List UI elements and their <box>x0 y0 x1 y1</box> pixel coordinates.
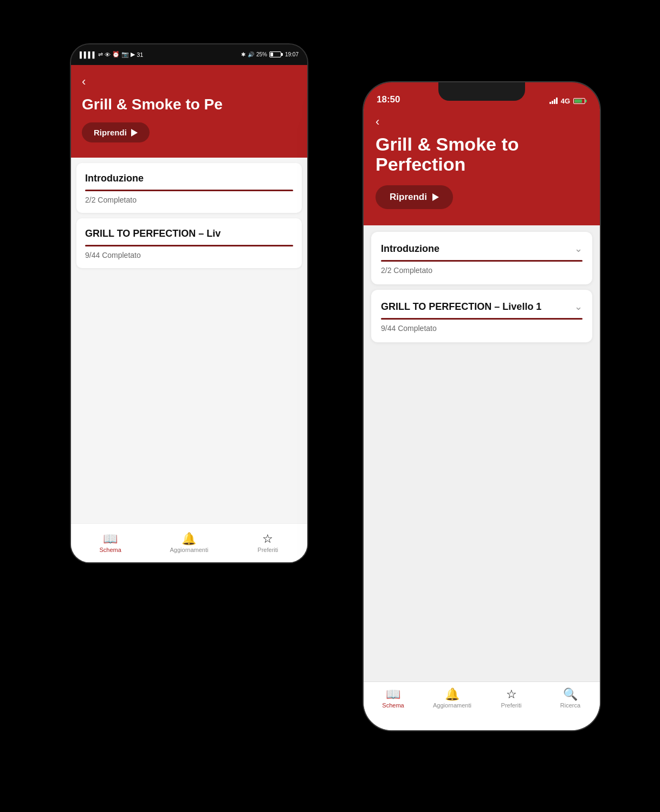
book-icon-android: 📖 <box>103 533 118 545</box>
iphone-header: ‹ Grill & Smoke to Perfection Riprendi <box>364 109 600 226</box>
iphone-section-title-intro: Introduzione <box>381 243 439 255</box>
iphone-phone: 18:50 4G ‹ <box>363 81 601 731</box>
star-icon-android: ☆ <box>262 533 273 545</box>
section-progress-intro: 2/2 Completato <box>85 196 293 204</box>
android-phone: ▌▌▌▌ ⇌ 👁 ⏰ 📷 ▶ 31 ✱ 🔊 25% 19:07 <box>70 43 308 563</box>
section-header-intro: Introduzione <box>85 173 293 184</box>
alarm-icon: ⏰ <box>112 51 120 58</box>
battery-icon <box>269 51 283 57</box>
tab-ricerca-iphone[interactable]: 🔍 Ricerca <box>541 688 600 709</box>
chevron-intro-icon: ⌄ <box>574 243 583 255</box>
tab-aggiornamenti-android[interactable]: 🔔 Aggiornamenti <box>150 533 228 553</box>
section-divider-intro <box>85 190 293 191</box>
tab-aggiornamenti-iphone[interactable]: 🔔 Aggiornamenti <box>423 688 482 709</box>
android-course-title: Grill & Smoke to Pe <box>82 96 296 113</box>
bluetooth-icon: ✱ <box>241 51 245 57</box>
section-card-intro[interactable]: Introduzione 2/2 Completato <box>76 163 302 213</box>
iphone-resume-button[interactable]: Riprendi <box>376 185 453 209</box>
iphone-section-card-intro[interactable]: Introduzione ⌄ 2/2 Completato <box>371 232 592 284</box>
play-icon-iphone <box>432 193 439 201</box>
iphone-section-divider-grill <box>381 318 583 320</box>
iphone-content: Introduzione ⌄ 2/2 Completato GRILL TO P… <box>364 225 600 681</box>
bell-icon-iphone: 🔔 <box>445 688 460 700</box>
iphone-status-right: 4G <box>549 97 587 105</box>
android-screen: ‹ Grill & Smoke to Pe Riprendi Introduzi… <box>71 65 307 562</box>
iphone-section-progress-grill: 9/44 Completato <box>381 324 583 333</box>
android-status-left: ▌▌▌▌ ⇌ 👁 ⏰ 📷 ▶ 31 <box>80 51 143 58</box>
chevron-grill-icon: ⌄ <box>574 301 583 313</box>
section-header-grill: GRILL TO PERFECTION – Liv <box>85 228 293 239</box>
signal-icon: ▌▌▌▌ <box>80 51 96 58</box>
bell-icon-android: 🔔 <box>182 533 196 545</box>
network-type: 4G <box>561 97 570 105</box>
android-resume-button[interactable]: Riprendi <box>82 122 150 142</box>
resume-label-android: Riprendi <box>94 128 127 137</box>
android-status-right: ✱ 🔊 25% 19:07 <box>241 51 299 57</box>
android-tab-bar: 📖 Schema 🔔 Aggiornamenti ☆ Preferiti <box>71 523 307 562</box>
iphone-battery-icon <box>573 98 587 104</box>
tab-preferiti-label-android: Preferiti <box>257 547 278 553</box>
iphone-section-divider-intro <box>381 260 583 262</box>
tab-schema-label-android: Schema <box>99 547 121 553</box>
volume-icon: 🔊 <box>248 51 254 57</box>
battery-percent: 25% <box>256 51 267 57</box>
tab-preferiti-android[interactable]: ☆ Preferiti <box>229 533 307 553</box>
star-icon-iphone: ☆ <box>506 688 517 700</box>
resume-label-iphone: Riprendi <box>390 192 427 203</box>
play-icon-android <box>131 129 138 137</box>
iphone-screen: ‹ Grill & Smoke to Perfection Riprendi I… <box>364 109 600 730</box>
tab-schema-android[interactable]: 📖 Schema <box>71 533 150 553</box>
book-icon-iphone: 📖 <box>386 688 400 700</box>
section-divider-grill <box>85 245 293 246</box>
android-content: Introduzione 2/2 Completato GRILL TO PER… <box>71 158 307 523</box>
eye-icon: 👁 <box>105 51 111 58</box>
signal-bars-icon <box>549 98 558 104</box>
section-progress-grill: 9/44 Completato <box>85 251 293 259</box>
section-title-grill: GRILL TO PERFECTION – Liv <box>85 228 221 239</box>
camera-icon: 📷 <box>121 51 129 58</box>
time-display: 19:07 <box>285 51 299 57</box>
number-icon: 31 <box>137 51 143 58</box>
scene: ▌▌▌▌ ⇌ 👁 ⏰ 📷 ▶ 31 ✱ 🔊 25% 19:07 <box>59 27 601 785</box>
search-icon-iphone: 🔍 <box>563 688 578 700</box>
iphone-section-title-grill: GRILL TO PERFECTION – Livello 1 <box>381 301 541 313</box>
tab-preferiti-iphone[interactable]: ☆ Preferiti <box>482 688 541 709</box>
tab-aggiornamenti-label-android: Aggiornamenti <box>170 547 209 553</box>
section-title-intro: Introduzione <box>85 173 144 184</box>
iphone-section-header-intro: Introduzione ⌄ <box>381 243 583 255</box>
wifi-icon: ⇌ <box>98 51 103 58</box>
iphone-tab-bar: 📖 Schema 🔔 Aggiornamenti ☆ Preferiti 🔍 R… <box>364 681 600 730</box>
tab-ricerca-label-iphone: Ricerca <box>560 702 580 709</box>
iphone-time: 18:50 <box>377 94 400 105</box>
iphone-course-title: Grill & Smoke to Perfection <box>376 134 588 175</box>
tab-schema-label-iphone: Schema <box>382 702 404 709</box>
back-button-android[interactable]: ‹ <box>82 75 296 89</box>
tab-aggiornamenti-label-iphone: Aggiornamenti <box>433 702 471 709</box>
tab-preferiti-label-iphone: Preferiti <box>501 702 522 709</box>
tab-schema-iphone[interactable]: 📖 Schema <box>364 688 423 709</box>
video-icon: ▶ <box>131 51 135 58</box>
iphone-section-progress-intro: 2/2 Completato <box>381 266 583 275</box>
iphone-notch <box>438 82 525 101</box>
section-card-grill[interactable]: GRILL TO PERFECTION – Liv 9/44 Completat… <box>76 218 302 268</box>
android-status-bar: ▌▌▌▌ ⇌ 👁 ⏰ 📷 ▶ 31 ✱ 🔊 25% 19:07 <box>71 44 307 65</box>
android-header: ‹ Grill & Smoke to Pe Riprendi <box>71 65 307 158</box>
back-button-iphone[interactable]: ‹ <box>376 115 588 129</box>
iphone-section-card-grill[interactable]: GRILL TO PERFECTION – Livello 1 ⌄ 9/44 C… <box>371 290 592 342</box>
iphone-section-header-grill: GRILL TO PERFECTION – Livello 1 ⌄ <box>381 301 583 313</box>
